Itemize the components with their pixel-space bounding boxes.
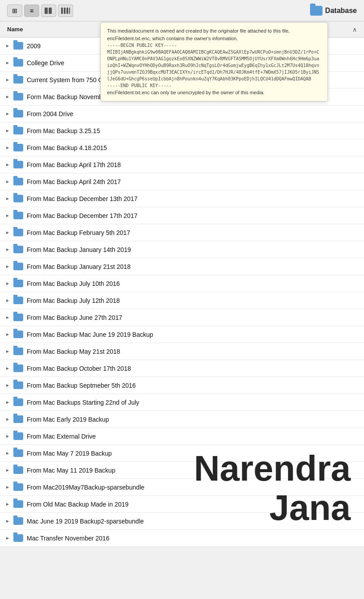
file-name-label: From Mac Backup Septmeber 5th 2016 [27,382,136,389]
grid-view-btn[interactable]: ⊞ [7,4,22,17]
chevron-right-icon[interactable]: ► [4,144,12,152]
folder-icon [13,314,23,321]
table-row[interactable]: ►From Mac External Drive [0,428,364,445]
file-name-label: From Mac May 7 2019 Backup [27,450,112,457]
svg-rect-3 [64,8,66,14]
column-view-btn[interactable] [41,4,56,17]
chevron-right-icon[interactable]: ► [4,263,12,271]
folder-icon [13,364,23,372]
chevron-right-icon[interactable]: ► [4,297,12,305]
file-name-label: From Mac Backup 4.18.2015 [27,144,107,151]
chevron-right-icon[interactable]: ► [4,314,12,322]
table-row[interactable]: ►From Mac May 7 2019 Backup [0,445,364,462]
chevron-right-icon[interactable]: ► [4,432,12,440]
chevron-right-icon[interactable]: ► [4,398,12,406]
file-name-label: From Mac Backup Mac June 19 2019 Backup [27,331,153,338]
chevron-right-icon[interactable]: ► [4,195,12,203]
chevron-right-icon[interactable]: ► [4,517,12,525]
table-row[interactable]: ►From Mac Backup February 5th 2017 [0,224,364,241]
folder-icon [13,59,23,67]
key-body: MIIBIjANBgkqhkiG9w0BAQEFAAOCAQ8AMIIBCgKC… [107,49,321,82]
chevron-right-icon[interactable]: ► [4,280,12,288]
folder-icon [13,331,23,338]
chevron-right-icon[interactable]: ► [4,246,12,254]
chevron-right-icon[interactable]: ► [4,59,12,67]
file-name-label: From Mac Backup January 21st 2018 [27,263,131,270]
folder-icon [13,263,23,270]
file-name-label: From Mac Backup October 17th 2018 [27,365,131,372]
window-title: Database [310,6,357,16]
table-row[interactable]: ►From Mac Backup 4.18.2015 [0,139,364,156]
file-name-label: From Mac Backup July 10th 2016 [27,280,120,287]
folder-icon [13,93,23,101]
table-row[interactable]: ►From Mac2019May7Backup-sparsebundle [0,479,364,496]
sort-icon[interactable]: ∧ [352,26,357,33]
folder-icon [13,280,23,287]
chevron-right-icon[interactable]: ► [4,42,12,50]
chevron-right-icon[interactable]: ► [4,348,12,356]
table-row[interactable]: ►From Mac Backup Mac June 19 2019 Backup [0,326,364,343]
table-row[interactable]: ►From Mac Backup June 27th 2017 [0,309,364,326]
table-row[interactable]: ►From Mac Backup April 17th 2018 [0,156,364,173]
chevron-right-icon[interactable]: ► [4,466,12,474]
table-row[interactable]: ►From Mac Backup July 10th 2016 [0,275,364,292]
title-bar: ⊞ ≡ Database [0,0,364,21]
file-name-label: From 2004 Drive [27,110,73,117]
folder-icon [13,297,23,304]
chevron-right-icon[interactable]: ► [4,110,12,118]
chevron-right-icon[interactable]: ► [4,127,12,135]
table-row[interactable]: ►From Mac May 11 2019 Backup [0,462,364,479]
table-row[interactable]: ►From Old Mac Backup Made in 2019 [0,496,364,513]
file-name-label: From Mac Backup December 17th 2017 [27,212,137,219]
svg-rect-2 [61,8,63,14]
file-name-label: From Mac External Drive [27,433,96,440]
folder-icon [13,127,23,134]
chevron-right-icon[interactable]: ► [4,212,12,220]
file-name-label: From Mac Backups Starting 22nd of July [27,399,139,406]
folder-icon [13,466,23,474]
table-row[interactable]: ►From Mac Backup Septmeber 5th 2016 [0,377,364,394]
table-row[interactable]: ►From 2004 Drive [0,105,364,122]
gallery-view-btn[interactable] [58,4,73,17]
tooltip-line1: This media/document is owned and created… [107,27,321,35]
folder-icon [13,432,23,440]
table-row[interactable]: ►From Mac Backup December 13th 2017 [0,190,364,207]
chevron-right-icon[interactable]: ► [4,449,12,457]
chevron-right-icon[interactable]: ► [4,500,12,508]
chevron-right-icon[interactable]: ► [4,76,12,84]
chevron-right-icon[interactable]: ► [4,331,12,339]
chevron-right-icon[interactable]: ► [4,93,12,101]
table-row[interactable]: ►From Mac Backup May 21st 2018 [0,343,364,360]
chevron-right-icon[interactable]: ► [4,483,12,491]
table-row[interactable]: ►From Mac Backup January 14th 2019 [0,241,364,258]
list-view-btn[interactable]: ≡ [24,4,39,17]
file-name-label: From Mac Backup 3.25.15 [27,127,100,134]
table-row[interactable]: ►From Mac Backup 3.25.15 [0,122,364,139]
chevron-right-icon[interactable]: ► [4,364,12,373]
table-row[interactable]: ►Mac June 19 2019 Backup2-sparsebundle [0,513,364,530]
chevron-right-icon[interactable]: ► [4,161,12,169]
table-row[interactable]: ►From Mac Backups Starting 22nd of July [0,394,364,411]
chevron-right-icon[interactable]: ► [4,381,12,390]
table-row[interactable]: ►From Mac Backup July 12th 2018 [0,292,364,309]
table-row[interactable]: ►From Mac Backup January 21st 2018 [0,258,364,275]
file-name-label: From Mac May 11 2019 Backup [27,467,115,474]
table-row[interactable]: ►From Mac Backup December 17th 2017 [0,207,364,224]
table-row[interactable]: ►Mac Transfer November 2016 [0,530,364,547]
chevron-right-icon[interactable]: ► [4,534,12,542]
file-name-label: Mac June 19 2019 Backup2-sparsebundle [27,518,144,525]
chevron-right-icon[interactable]: ► [4,415,12,423]
tooltip-overlay: This media/document is owned and created… [100,22,328,101]
chevron-right-icon[interactable]: ► [4,178,12,186]
chevron-right-icon[interactable]: ► [4,229,12,237]
folder-icon [13,246,23,253]
svg-rect-0 [45,8,48,14]
name-column-header[interactable]: Name [7,26,23,33]
file-list: ►2009►College Drive►Current System from … [0,38,364,547]
table-row[interactable]: ►From Mac Early 2019 Backup [0,411,364,428]
table-row[interactable]: ►From Mac Backup October 17th 2018 [0,360,364,377]
folder-icon [13,517,23,525]
table-row[interactable]: ►From Mac Backup April 24th 2017 [0,173,364,190]
begin-key-line: -----BEGIN PUBLIC KEY----- [107,42,321,49]
end-key-line: -----END PUBLIC KEY----- [107,82,321,89]
